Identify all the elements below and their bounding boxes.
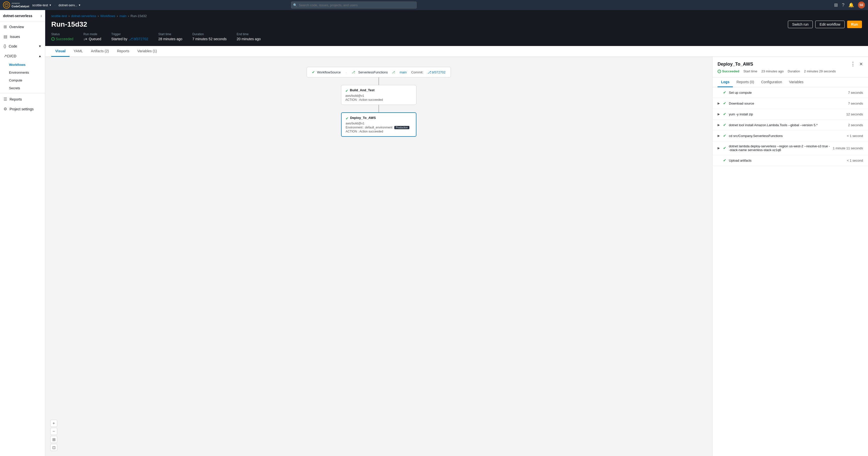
log-label: Download source <box>729 102 846 105</box>
branch-label: ServerlessFunctions <box>358 70 388 74</box>
notifications-icon[interactable]: 🔔 <box>848 2 854 8</box>
detail-status: Succeeded <box>718 69 739 73</box>
sidebar-item-compute[interactable]: Compute <box>0 77 45 84</box>
log-item[interactable]: ▶ ✔ Download source 7 seconds <box>713 98 868 109</box>
sidebar-item-project-settings[interactable]: ⚙ Project settings <box>0 104 45 114</box>
edit-workflow-button[interactable]: Edit workflow <box>815 21 844 28</box>
source-left: ✔ WorkflowSource <box>312 70 341 74</box>
log-item[interactable]: ▶ ✔ dotnet tool install Amazon.Lambda.To… <box>713 120 868 131</box>
step-deploy-to-aws[interactable]: ✔ Deploy_To_AWS aws/build@v1 Environment… <box>341 112 416 137</box>
log-item[interactable]: ▶ ✔ yum -y install zip 12 seconds <box>713 109 868 120</box>
top-nav: Amazon CodeCatalyst scottie-test ▼ · dot… <box>0 0 868 10</box>
breadcrumb-sep: › <box>68 14 69 18</box>
tab-yaml[interactable]: YAML <box>69 46 87 57</box>
status-icon <box>51 37 55 41</box>
breadcrumb-sep: › <box>117 14 118 18</box>
tab-visual[interactable]: Visual <box>51 46 69 57</box>
commit-link[interactable]: ⎇ bf372702 <box>129 37 148 41</box>
zoom-in-button[interactable]: + <box>50 420 57 427</box>
avatar[interactable]: SE <box>858 1 865 8</box>
log-label: Set up compute <box>729 91 846 94</box>
detail-status-row: Succeeded Start time 23 minutes ago Dura… <box>718 69 863 73</box>
trigger-value: Started by ⎇ bf372702 <box>111 37 148 41</box>
workflow-canvas: ✔ WorkflowSource · ⎇ ServerlessFunctions… <box>45 57 712 456</box>
breadcrumb-current: Run-15d32 <box>131 14 147 18</box>
detail-tab-variables[interactable]: Variables <box>786 78 807 87</box>
log-check-icon: ✔ <box>723 90 726 95</box>
sidebar-item-overview[interactable]: ⊞ Overview <box>0 22 45 32</box>
tab-reports[interactable]: Reports <box>113 46 133 57</box>
zoom-out-button[interactable]: − <box>50 428 57 435</box>
log-expand-icon[interactable]: ▶ <box>718 123 720 127</box>
log-expand-icon[interactable]: ▶ <box>718 102 720 105</box>
run-button[interactable]: Run <box>847 21 862 28</box>
run-title-row: Run-15d32 Switch run Edit workflow Run <box>51 20 862 28</box>
code-expand-icon: ▼ <box>38 45 41 48</box>
log-check-icon: ✔ <box>723 123 726 127</box>
search-input[interactable] <box>291 1 417 8</box>
detail-title-row: Deploy_To_AWS ⋮ ✕ <box>718 61 863 67</box>
log-check-icon: ✔ <box>723 134 726 138</box>
sidebar-item-issues[interactable]: ▤ Issues <box>0 32 45 41</box>
breadcrumb-dotnet-serverless[interactable]: dotnet-serverless <box>71 14 96 18</box>
log-expand-icon[interactable]: ▶ <box>718 112 720 116</box>
zoom-fit-button[interactable]: ⊞ <box>50 436 57 443</box>
chevron-down-icon-repo: ▼ <box>79 4 81 6</box>
sidebar-item-reports[interactable]: ☰ Reports <box>0 94 45 104</box>
logo[interactable]: Amazon CodeCatalyst <box>3 1 29 8</box>
log-expand-icon[interactable]: ▶ <box>718 146 720 150</box>
detail-close-button[interactable]: ✕ <box>859 61 863 67</box>
breadcrumb-scottie-test[interactable]: scottie-test <box>51 14 67 18</box>
more-options-button[interactable]: ⋮ <box>850 61 856 67</box>
breadcrumb-sep: › <box>128 14 129 18</box>
sidebar-item-secrets[interactable]: Secrets <box>0 84 45 92</box>
sidebar-collapse-button[interactable]: ‹ <box>41 13 42 18</box>
search-icon: 🔍 <box>293 3 297 7</box>
log-item[interactable]: ▶ ✔ Set up compute 7 seconds <box>713 87 868 98</box>
sidebar-item-label: Project settings <box>9 107 34 111</box>
sidebar-item-code[interactable]: {} Code ▼ <box>0 41 45 51</box>
run-header: scottie-test › dotnet-serverless › Workf… <box>45 10 868 46</box>
log-list: ▶ ✔ Set up compute 7 seconds ▶ ✔ Downloa… <box>713 87 868 166</box>
grid-icon[interactable]: ⊞ <box>834 2 838 8</box>
step-build-and-test[interactable]: ✔ Build_And_Test aws/build@v1 ACTION : A… <box>341 85 416 105</box>
meta-run-mode: Run mode ↓≡ Queued <box>83 32 101 41</box>
repo-switcher[interactable]: dotnet-serv... ▼ <box>59 3 81 7</box>
detail-tab-logs[interactable]: Logs <box>718 78 733 87</box>
duration-label: Duration <box>192 32 226 36</box>
log-expand-icon[interactable]: ▶ <box>718 134 720 138</box>
log-check-icon: ✔ <box>723 112 726 116</box>
tab-variables[interactable]: Variables (1) <box>133 46 161 57</box>
project-switcher[interactable]: scottie-test ▼ <box>32 3 52 7</box>
breadcrumb-workflows[interactable]: Workflows <box>100 14 115 18</box>
log-item[interactable]: ▶ ✔ cd src/Company.ServerlessFunctions <… <box>713 131 868 141</box>
commit-icon: ⎇ <box>129 37 133 41</box>
sidebar-item-cicd[interactable]: ↗ CI/CD ▲ <box>0 51 45 61</box>
commit-value[interactable]: ⎇ bf372702 <box>428 70 445 74</box>
detail-tab-configuration[interactable]: Configuration <box>757 78 785 87</box>
sidebar-item-environments[interactable]: Environments <box>0 68 45 77</box>
help-icon[interactable]: ? <box>842 2 844 8</box>
step-check-icon: ✔ <box>346 116 349 120</box>
log-check-icon: ✔ <box>723 146 726 150</box>
breadcrumb-sep: › <box>98 14 99 18</box>
sidebar-item-label: Issues <box>10 35 20 39</box>
sidebar-item-workflows[interactable]: Workflows <box>0 61 45 68</box>
tab-artifacts[interactable]: Artifacts (2) <box>87 46 113 57</box>
log-label: cd src/Company.ServerlessFunctions <box>729 134 844 138</box>
detail-tab-reports[interactable]: Reports (0) <box>733 78 757 87</box>
workflow-source-box[interactable]: ✔ WorkflowSource · ⎇ ServerlessFunctions… <box>307 67 451 78</box>
switch-run-button[interactable]: Switch run <box>788 21 813 28</box>
breadcrumb-main[interactable]: main <box>119 14 126 18</box>
step-check-icon: ✔ <box>345 89 348 93</box>
start-time-label: Start time <box>158 32 182 36</box>
log-item[interactable]: ▶ ✔ dotnet lambda deploy-serverless --re… <box>713 141 868 155</box>
repo-name: dotnet-serv... <box>59 3 78 7</box>
log-label: yum -y install zip <box>729 112 844 116</box>
log-item[interactable]: ▶ ✔ Upload artifacts < 1 second <box>713 155 868 166</box>
log-duration: < 1 second <box>847 134 863 138</box>
step-sub: aws/build@v1 <box>346 122 412 125</box>
sidebar-project-title: dotnet-serverless <box>3 14 32 18</box>
meta-duration: Duration 7 minutes 52 seconds <box>192 32 226 41</box>
zoom-reset-button[interactable]: ⊡ <box>50 444 57 451</box>
